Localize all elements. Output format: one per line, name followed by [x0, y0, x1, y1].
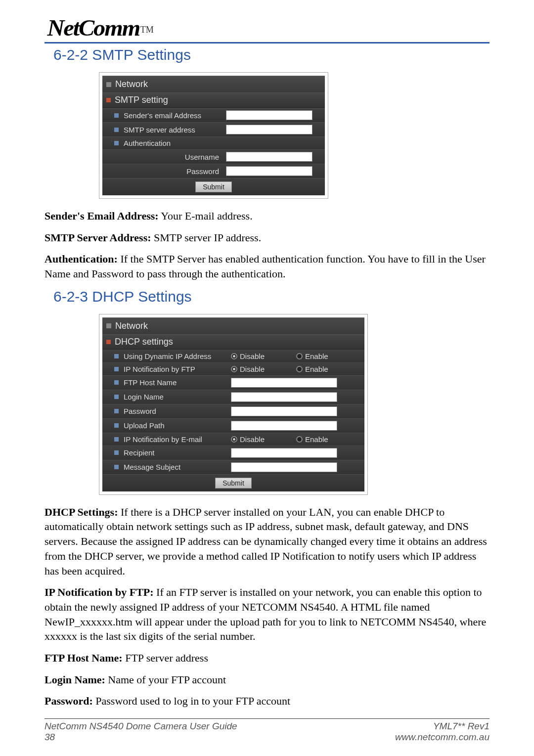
- radio-label-disable: Disable: [240, 435, 265, 444]
- desc-login-name: Name of your FTP account: [105, 673, 226, 686]
- label-ip-notify-ftp: IP Notification by FTP: [124, 365, 231, 373]
- label-recipient: Recipient: [124, 448, 231, 457]
- radio-label-disable: Disable: [240, 365, 265, 373]
- row-dynamic-ip: Using Dynamic IP Address Disable Enable: [102, 350, 364, 362]
- input-password[interactable]: [231, 406, 337, 416]
- bullet-icon: [114, 113, 119, 118]
- footer-revision: YML7** Rev1: [395, 721, 490, 732]
- input-login-name[interactable]: [231, 392, 337, 402]
- label-dynamic-ip: Using Dynamic IP Address: [124, 352, 231, 360]
- label-upload-path: Upload Path: [124, 421, 231, 430]
- input-upload-path[interactable]: [231, 421, 337, 431]
- input-password[interactable]: [226, 166, 312, 176]
- bullet-icon: [114, 465, 119, 469]
- bullet-icon: [114, 395, 119, 399]
- label-sender-email: Sender's email Address: [124, 111, 226, 120]
- panel-header: Network: [102, 317, 364, 334]
- term-ip-notify-ftp: IP Notification by FTP:: [44, 586, 154, 598]
- term-login-name: Login Name:: [44, 673, 105, 686]
- radio-ipemail-disable[interactable]: [231, 436, 237, 443]
- square-icon: [106, 323, 111, 328]
- radio-label-disable: Disable: [240, 352, 265, 360]
- radio-ipftp-enable[interactable]: [296, 366, 303, 372]
- term-authentication: Authentication:: [44, 253, 118, 265]
- header-divider: [44, 42, 490, 44]
- desc-sender-email: Your E-mail address.: [159, 210, 253, 222]
- footer-page-number: 38: [44, 732, 237, 743]
- row-ip-notify-email: IP Notification by E-mail Disable Enable: [102, 433, 364, 445]
- bullet-icon: [114, 367, 119, 371]
- section-title-smtp: 6-2-2 SMTP Settings: [53, 46, 490, 63]
- input-username[interactable]: [226, 152, 312, 162]
- term-dhcp-settings: DHCP Settings:: [44, 506, 118, 518]
- bullet-icon: [114, 409, 119, 413]
- row-message-subject: Message Subject: [102, 460, 364, 474]
- dhcp-description: DHCP Settings: If there is a DHCP server…: [44, 505, 490, 709]
- label-message-subject: Message Subject: [124, 463, 231, 471]
- label-authentication: Authentication: [124, 139, 226, 147]
- bullet-icon: [114, 437, 119, 442]
- input-smtp-server[interactable]: [226, 125, 312, 134]
- radio-ipftp-disable[interactable]: [231, 366, 237, 372]
- term-password: Password:: [44, 695, 93, 707]
- term-ftp-host: FTP Host Name:: [44, 652, 123, 664]
- row-sender-email: Sender's email Address: [102, 108, 325, 122]
- radio-label-enable: Enable: [305, 365, 328, 373]
- square-icon: [106, 340, 111, 344]
- row-password: Password: [102, 404, 364, 418]
- bullet-icon: [114, 380, 119, 385]
- page-footer: NetComm NS4540 Dome Camera User Guide 38…: [44, 721, 490, 756]
- dhcp-panel-figure: Network DHCP settings Using Dynamic IP A…: [99, 314, 490, 495]
- panel-header: Network: [102, 76, 325, 92]
- input-recipient[interactable]: [231, 448, 337, 458]
- row-authentication: Authentication: [102, 136, 325, 149]
- smtp-description: Sender's Email Address: Your E-mail addr…: [44, 209, 490, 281]
- input-message-subject[interactable]: [231, 462, 337, 472]
- panel-subheader: DHCP settings: [102, 334, 364, 350]
- label-smtp-server: SMTP server address: [124, 126, 226, 134]
- row-smtp-server: SMTP server address: [102, 122, 325, 136]
- bullet-icon: [114, 141, 119, 145]
- panel-subheader: SMTP setting: [102, 92, 325, 108]
- label-ip-notify-email: IP Notification by E-mail: [124, 435, 231, 444]
- radio-dynip-disable[interactable]: [231, 353, 237, 359]
- section-title-dhcp: 6-2-3 DHCP Settings: [53, 288, 490, 305]
- trademark: TM: [140, 25, 154, 35]
- brand-block: NetCommTM: [44, 15, 490, 41]
- footer-guide-title: NetComm NS4540 Dome Camera User Guide: [44, 721, 237, 732]
- smtp-panel: Network SMTP setting Sender's email Addr…: [102, 76, 325, 195]
- bullet-icon: [114, 423, 119, 428]
- bullet-icon: [114, 354, 119, 358]
- panel-header-text: Network: [115, 79, 148, 89]
- label-password: Password: [124, 167, 226, 176]
- term-sender-email: Sender's Email Address:: [44, 210, 159, 222]
- desc-password: Password used to log in to your FTP acco…: [93, 695, 290, 707]
- radio-dynip-enable[interactable]: [296, 353, 303, 359]
- desc-smtp-server: SMTP server IP address.: [151, 231, 262, 244]
- row-username: Username: [102, 149, 325, 164]
- square-icon: [106, 98, 111, 102]
- bullet-icon: [114, 450, 119, 455]
- radio-ipemail-enable[interactable]: [296, 436, 303, 443]
- submit-button[interactable]: Submit: [215, 478, 252, 489]
- radio-label-enable: Enable: [305, 352, 328, 360]
- row-recipient: Recipient: [102, 445, 364, 460]
- panel-header-text: Network: [115, 321, 148, 331]
- desc-ftp-host: FTP server address: [123, 652, 208, 664]
- smtp-panel-figure: Network SMTP setting Sender's email Addr…: [99, 72, 490, 199]
- brand-logo: NetComm: [47, 15, 140, 41]
- row-upload-path: Upload Path: [102, 418, 364, 433]
- label-login-name: Login Name: [124, 393, 231, 401]
- bullet-icon: [114, 128, 119, 132]
- input-sender-email[interactable]: [226, 110, 312, 120]
- label-ftp-host: FTP Host Name: [124, 378, 231, 387]
- footer-divider: [44, 718, 490, 719]
- radio-label-enable: Enable: [305, 435, 328, 444]
- input-ftp-host[interactable]: [231, 378, 337, 388]
- panel-subheader-text: DHCP settings: [115, 337, 173, 347]
- label-password: Password: [124, 407, 231, 415]
- row-password: Password: [102, 164, 325, 178]
- dhcp-panel: Network DHCP settings Using Dynamic IP A…: [102, 317, 364, 491]
- square-icon: [106, 82, 111, 87]
- submit-button[interactable]: Submit: [195, 181, 232, 192]
